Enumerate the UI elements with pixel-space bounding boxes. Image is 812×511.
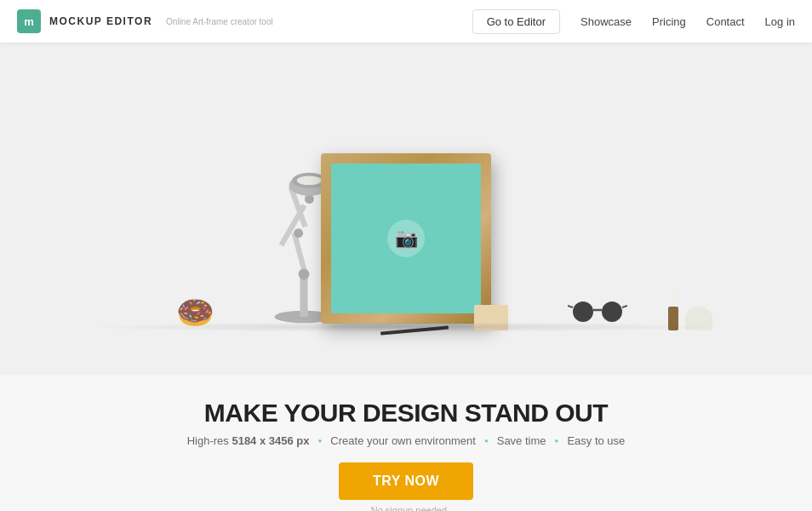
sub-headline: High-res 5184 x 3456 px ● Create your ow… [17,434,795,447]
logo-icon: m [17,9,41,33]
nav-contact[interactable]: Contact [706,15,745,28]
frame-outer: 📷 [321,153,491,324]
svg-line-15 [622,306,627,307]
nav-pricing[interactable]: Pricing [652,15,686,28]
sub-part-2: Create your own environment [330,434,476,447]
camera-circle: 📷 [387,220,425,257]
scene: 🍩 📷 [0,43,812,375]
hero-section: 🍩 📷 [0,43,812,375]
nav-login[interactable]: Log in [765,15,795,28]
main-headline: MAKE YOUR DESIGN STAND OUT [17,399,795,428]
logo-tagline: Online Art-frame creator tool [166,17,273,26]
svg-line-14 [568,306,573,307]
sub-part-1: High-res 5184 x 3456 px [187,434,310,447]
go-to-editor-button[interactable]: Go to Editor [472,9,560,34]
shadow [81,322,730,332]
sub-part-4: Easy to use [567,434,625,447]
logo-text: MOCKUP EDITOR [49,15,152,27]
cta-section: MAKE YOUR DESIGN STAND OUT High-res 5184… [0,375,812,511]
svg-point-10 [297,175,322,185]
header: m MOCKUP EDITOR Online Art-frame creator… [0,0,812,43]
sub-highlight: 5184 x 3456 px [232,434,309,447]
bullet-3: ● [555,437,559,445]
camera-icon: 📷 [395,227,418,250]
svg-point-5 [299,269,310,280]
header-nav: Go to Editor Showcase Pricing Contact Lo… [472,9,795,34]
svg-rect-2 [292,233,308,275]
svg-point-12 [602,301,622,322]
svg-point-11 [573,301,593,322]
bullet-2: ● [484,437,489,445]
art-frame: 📷 [321,153,491,324]
nav-showcase[interactable]: Showcase [580,15,632,28]
try-now-button[interactable]: TRY NOW [339,462,473,500]
frame-inner: 📷 [331,164,481,313]
bullet-1: ● [318,437,323,445]
svg-point-6 [294,228,303,238]
logo-area: m MOCKUP EDITOR Online Art-frame creator… [17,9,273,33]
no-signup-text: - No signup needed [17,505,795,511]
logo-abbr: m [24,15,34,28]
sub-part-3: Save time [497,434,546,447]
